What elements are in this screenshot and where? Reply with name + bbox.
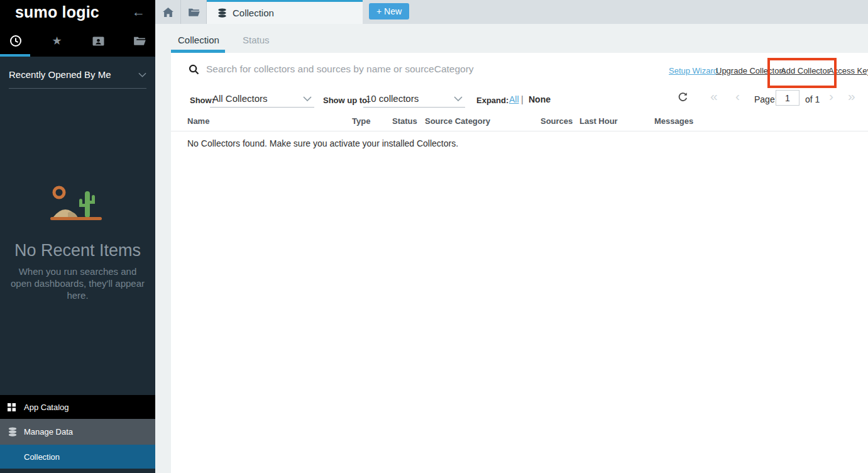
- upgrade-collectors-link[interactable]: Upgrade Collectors: [716, 66, 786, 75]
- sidebar-item-app-catalog[interactable]: App Catalog: [0, 395, 155, 419]
- column-header-name[interactable]: Name: [187, 116, 209, 126]
- search-input[interactable]: [206, 60, 596, 78]
- collection-panel: Setup Wizard Upgrade Collectors Add Coll…: [171, 53, 868, 473]
- no-recent-items-subtitle: When you run searches and open dashboard…: [9, 265, 146, 301]
- main-area: Collection + New Collection Status Setup…: [155, 0, 868, 473]
- new-button[interactable]: + New: [369, 3, 409, 19]
- limit-value: 10 collectors: [366, 93, 419, 104]
- access-keys-link[interactable]: Access Keys: [828, 66, 868, 75]
- desert-cactus-illustration: [45, 184, 108, 226]
- database-icon: [8, 427, 18, 437]
- collapse-sidebar-icon[interactable]: ←: [132, 4, 145, 19]
- sidebar-item-label: Manage Data: [24, 427, 73, 437]
- page-number-input[interactable]: [776, 90, 799, 106]
- search-icon: [189, 64, 199, 77]
- page-of-text: of 1: [805, 94, 820, 104]
- expand-none-link[interactable]: None: [529, 94, 551, 104]
- column-header-last-hour[interactable]: Last Hour: [580, 116, 618, 126]
- recently-opened-filter[interactable]: Recently Opened By Me: [9, 69, 146, 89]
- next-page-icon[interactable]: ›: [829, 89, 833, 104]
- no-recent-items-title: No Recent Items: [0, 241, 155, 260]
- library-tab-button[interactable]: [181, 0, 207, 24]
- sidebar-item-label: Collection: [24, 452, 60, 462]
- show-collectors-value: All Collectors: [212, 93, 268, 104]
- folder-icon: [188, 8, 200, 17]
- database-icon: [217, 8, 227, 18]
- library-folder-icon[interactable]: [133, 34, 146, 48]
- setup-wizard-link[interactable]: Setup Wizard: [669, 66, 718, 75]
- home-icon: [163, 8, 173, 17]
- last-page-icon[interactable]: »: [848, 89, 855, 104]
- chevron-down-icon: [303, 96, 312, 101]
- active-nav-indicator: [0, 54, 30, 57]
- prev-page-icon[interactable]: ‹: [735, 89, 740, 104]
- chevron-down-icon: [454, 96, 463, 101]
- recently-opened-label: Recently Opened By Me: [9, 69, 111, 80]
- column-header-sources[interactable]: Sources: [541, 116, 573, 126]
- sidebar-bottom-menu: App Catalog Manage Data Collection: [0, 395, 155, 473]
- sidebar-item-manage-data[interactable]: Manage Data: [0, 419, 155, 445]
- chevron-down-icon: [138, 72, 146, 77]
- expand-all-link[interactable]: All: [509, 94, 519, 104]
- favorites-star-icon[interactable]: ★: [50, 34, 64, 48]
- page-label: Page:: [754, 94, 777, 104]
- expand-divider: |: [521, 94, 524, 104]
- top-tab-bar: Collection + New: [155, 0, 868, 24]
- sidebar-header: sumo logic ← ★: [0, 0, 155, 57]
- sidebar-bottom-strip: [0, 469, 155, 473]
- table-header-divider: [171, 131, 868, 131]
- column-header-messages[interactable]: Messages: [654, 116, 693, 126]
- sidebar: sumo logic ← ★ Recently Opened By Me: [0, 0, 155, 473]
- sidebar-item-label: App Catalog: [24, 403, 69, 412]
- sumo-logic-logo: sumo logic: [15, 3, 99, 21]
- grid-icon: [8, 403, 18, 411]
- subtab-collection[interactable]: Collection: [178, 35, 219, 45]
- expand-label: Expand:: [476, 96, 508, 105]
- limit-select[interactable]: 10 collectors: [363, 90, 465, 108]
- app-root: sumo logic ← ★ Recently Opened By Me: [0, 0, 868, 473]
- recents-clock-icon[interactable]: [9, 34, 23, 48]
- first-page-icon[interactable]: «: [710, 89, 718, 104]
- refresh-icon[interactable]: [678, 92, 688, 105]
- shared-contact-icon[interactable]: [91, 34, 105, 48]
- add-collector-link[interactable]: Add Collector: [781, 66, 830, 75]
- no-collectors-message: No Collectors found. Make sure you activ…: [187, 138, 458, 148]
- tab-collection[interactable]: Collection: [207, 0, 363, 24]
- column-header-type[interactable]: Type: [352, 116, 370, 126]
- column-header-status[interactable]: Status: [392, 116, 417, 126]
- tab-label: Collection: [233, 8, 274, 18]
- show-collectors-select[interactable]: All Collectors: [210, 90, 314, 108]
- sidebar-nav: ★: [0, 34, 155, 48]
- home-tab-button[interactable]: [155, 0, 181, 24]
- subtab-status[interactable]: Status: [243, 35, 270, 45]
- sidebar-item-collection[interactable]: Collection: [0, 445, 155, 469]
- column-header-source-category[interactable]: Source Category: [425, 116, 490, 126]
